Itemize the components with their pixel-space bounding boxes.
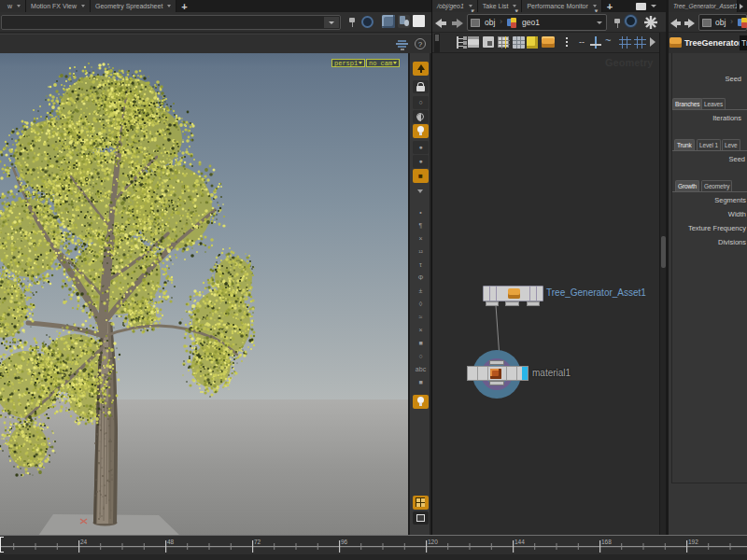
svg-text:48: 48 [167, 539, 175, 545]
svg-text:120: 120 [428, 539, 438, 545]
svg-text:72: 72 [254, 539, 261, 545]
svg-text:168: 168 [601, 539, 612, 545]
svg-text:192: 192 [688, 539, 698, 545]
svg-text:24: 24 [80, 539, 88, 545]
svg-text:144: 144 [514, 539, 525, 545]
svg-text:96: 96 [341, 539, 348, 545]
